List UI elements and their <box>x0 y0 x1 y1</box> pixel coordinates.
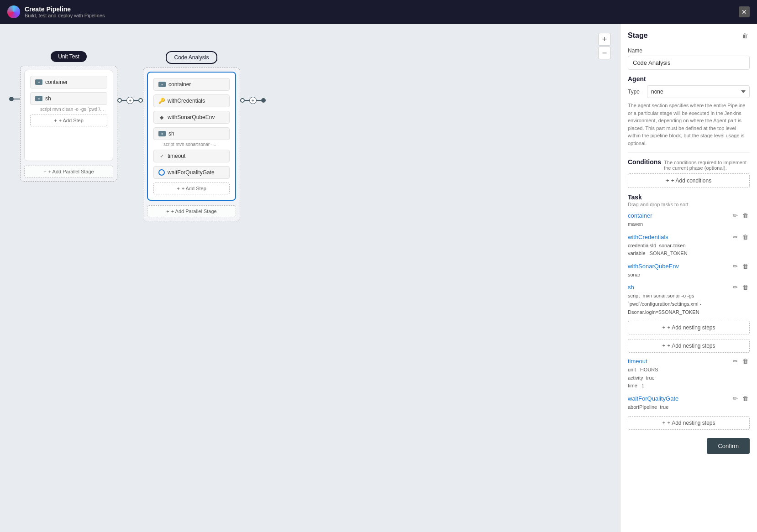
conditions-desc: The conditions required to implement the… <box>664 160 750 171</box>
panel-task-container-actions: ✏ 🗑 <box>731 212 750 219</box>
add-step-code-button[interactable]: + + Add Step <box>153 183 230 194</box>
sh-icon: ≡ <box>158 131 166 136</box>
dot-hollow <box>117 98 122 103</box>
edit-waitforqualitygate-button[interactable]: ✏ <box>731 395 739 402</box>
delete-withcredentials-button[interactable]: 🗑 <box>741 233 750 241</box>
panel-task-sh-detail: script mvn sonar:sonar -o -gs `pwd`/conf… <box>628 292 750 316</box>
panel-delete-button[interactable]: 🗑 <box>741 31 750 40</box>
code-analysis-parallel-outer: ≡ container 🔑 withCredentials ◆ withSona… <box>143 68 240 221</box>
edit-container-button[interactable]: ✏ <box>731 212 739 219</box>
sh-icon: ≡ <box>35 96 42 101</box>
type-label: Type <box>628 89 644 95</box>
app-logo <box>7 5 20 18</box>
start-dot <box>9 97 14 101</box>
add-stage-right-button[interactable]: + <box>249 97 257 104</box>
name-label: Name <box>628 47 750 54</box>
task-sh-unit[interactable]: ≡ sh <box>30 92 107 105</box>
task-sh-code[interactable]: ≡ sh <box>153 127 230 140</box>
connector-start <box>9 97 20 101</box>
panel-task-withcredentials-detail: credentialsId sonar-tokenvariable SONAR_… <box>628 242 750 258</box>
task-withsonarenv[interactable]: ◆ withSonarQubeEnv <box>153 111 230 124</box>
canvas-area: + − Unit Test ≡ container <box>0 24 620 532</box>
add-nesting-button-1[interactable]: + + Add nesting steps <box>628 321 750 334</box>
code-analysis-block[interactable]: ≡ container 🔑 withCredentials ◆ withSona… <box>147 72 236 201</box>
line-h <box>14 99 20 99</box>
panel-header: Stage 🗑 <box>628 31 750 40</box>
panel-task-waitforqualitygate: waitForQualityGate ✏ 🗑 abortPipeline tru… <box>628 395 750 412</box>
add-parallel-code-button[interactable]: + + Add Parallel Stage <box>147 205 236 217</box>
right-panel: Stage 🗑 Name Agent Type none The agent s… <box>620 24 757 532</box>
panel-task-waitforqualitygate-name[interactable]: waitForQualityGate <box>628 395 678 402</box>
close-button[interactable]: ✕ <box>739 6 750 17</box>
panel-task-sh-name[interactable]: sh <box>628 284 634 291</box>
header-left: Create Pipeline Build, test and deploy w… <box>7 5 105 18</box>
add-nesting-button-2[interactable]: + + Add nesting steps <box>628 339 750 353</box>
header-title: Create Pipeline <box>25 5 105 13</box>
add-parallel-unit-button[interactable]: + + Add Parallel Stage <box>24 166 113 177</box>
unit-test-parallel-outer: ≡ container ≡ sh script mvn clean -o -gs… <box>20 66 117 182</box>
plus-icon: + <box>662 343 665 349</box>
confirm-button[interactable]: Confirm <box>707 438 750 454</box>
circle-icon <box>158 169 165 176</box>
sh-icon: ≡ <box>158 82 166 87</box>
sh-icon: ≡ <box>35 79 42 85</box>
task-container-unit[interactable]: ≡ container <box>30 76 107 89</box>
panel-task-withsonarqubeenv-name[interactable]: withSonarQubeEnv <box>628 263 679 270</box>
line-h <box>257 100 261 101</box>
task-container-code[interactable]: ≡ container <box>153 78 230 91</box>
type-select[interactable]: none <box>647 85 750 98</box>
unit-test-stage: Unit Test ≡ container ≡ sh script mvn cl… <box>20 51 117 182</box>
connector-end: + <box>240 97 266 104</box>
panel-task-withcredentials: withCredentials ✏ 🗑 credentialsId sonar-… <box>628 233 750 258</box>
panel-title: Stage <box>628 31 648 40</box>
task-name: sh <box>45 95 51 102</box>
type-row: Type none <box>628 85 750 98</box>
add-step-unit-button[interactable]: + + Add Step <box>30 115 107 126</box>
task-timeout[interactable]: ✓ timeout <box>153 150 230 162</box>
panel-task-container: container ✏ 🗑 maven <box>628 212 750 229</box>
add-stage-button[interactable]: + <box>126 97 134 104</box>
edit-withcredentials-button[interactable]: ✏ <box>731 233 739 241</box>
header-text: Create Pipeline Build, test and deploy w… <box>25 5 105 18</box>
confirm-row: Confirm <box>628 434 750 440</box>
panel-task-withsonarqubeenv-actions: ✏ 🗑 <box>731 262 750 270</box>
task-section-label: Task <box>628 193 750 201</box>
edit-sh-button[interactable]: ✏ <box>731 283 739 291</box>
edit-timeout-button[interactable]: ✏ <box>731 357 739 365</box>
delete-sh-button[interactable]: 🗑 <box>741 283 750 291</box>
line-h <box>134 100 138 101</box>
add-parallel-code-row: + + Add Parallel Stage <box>147 205 236 217</box>
panel-task-sh-header: sh ✏ 🗑 <box>628 283 750 291</box>
zoom-out-button[interactable]: − <box>598 47 611 59</box>
conditions-row: Conditions The conditions required to im… <box>628 158 750 171</box>
delete-waitforqualitygate-button[interactable]: 🗑 <box>741 395 750 402</box>
header: Create Pipeline Build, test and deploy w… <box>0 0 757 24</box>
panel-task-withsonarqubeenv-detail: sonar <box>628 271 750 279</box>
zoom-in-button[interactable]: + <box>598 33 611 46</box>
add-conditions-button[interactable]: + + Add conditions <box>628 173 750 188</box>
panel-task-waitforqualitygate-header: waitForQualityGate ✏ 🗑 <box>628 395 750 402</box>
panel-task-withcredentials-name[interactable]: withCredentials <box>628 234 668 240</box>
connector-between: + <box>117 97 143 104</box>
delete-timeout-button[interactable]: 🗑 <box>741 357 750 365</box>
delete-container-button[interactable]: 🗑 <box>741 212 750 219</box>
stage-name-input[interactable] <box>628 56 750 70</box>
panel-task-withcredentials-actions: ✏ 🗑 <box>731 233 750 241</box>
edit-withsonarqubeenv-button[interactable]: ✏ <box>731 262 739 270</box>
panel-task-container-detail: maven <box>628 220 750 229</box>
plus-icon: + <box>43 169 46 174</box>
panel-task-withsonarqubeenv-header: withSonarQubeEnv ✏ 🗑 <box>628 262 750 270</box>
task-section-sub: Drag and drop tasks to sort <box>628 202 750 207</box>
task-name: sh <box>168 130 174 137</box>
unit-test-label: Unit Test <box>51 51 86 62</box>
plus-icon: + <box>662 420 665 426</box>
delete-withsonarqubeenv-button[interactable]: 🗑 <box>741 262 750 270</box>
panel-task-timeout-name[interactable]: timeout <box>628 358 647 365</box>
add-nesting-button-3[interactable]: + + Add nesting steps <box>628 416 750 430</box>
unit-test-block[interactable]: ≡ container ≡ sh script mvn clean -o -gs… <box>24 70 113 161</box>
end-dot <box>261 98 266 103</box>
panel-task-timeout-actions: ✏ 🗑 <box>731 357 750 365</box>
task-withcredentials[interactable]: 🔑 withCredentials <box>153 94 230 107</box>
panel-task-container-name[interactable]: container <box>628 212 652 219</box>
task-waitforqualitygate[interactable]: waitForQualityGate <box>153 166 230 179</box>
